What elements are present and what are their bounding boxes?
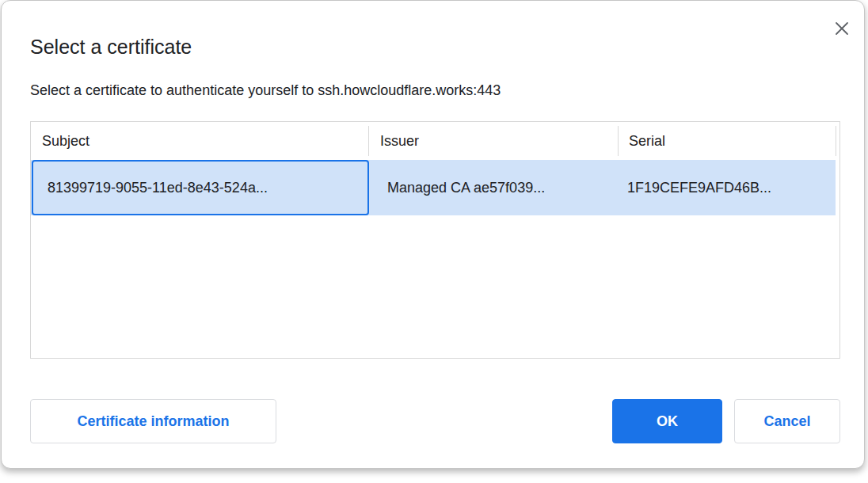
column-separator: [836, 126, 836, 156]
certificate-select-dialog: Select a certificate Select a certificat…: [1, 0, 865, 469]
dialog-subtitle: Select a certificate to authenticate you…: [30, 82, 501, 99]
certificate-table: Subject Issuer Serial 81399719-9055-11ed…: [30, 121, 840, 359]
column-header-subject: Subject: [42, 122, 89, 160]
column-separator: [618, 126, 619, 156]
cell-subject: 81399719-9055-11ed-8e43-524a...: [48, 160, 268, 215]
column-separator: [368, 126, 369, 156]
table-row[interactable]: 81399719-9055-11ed-8e43-524a... Managed …: [31, 160, 836, 215]
column-header-serial: Serial: [629, 122, 665, 160]
page-title: Select a certificate: [30, 36, 192, 59]
cell-serial: 1F19CEFE9AFD46B...: [627, 160, 771, 215]
close-icon: [835, 21, 849, 36]
table-header: Subject Issuer Serial: [31, 122, 839, 160]
close-button[interactable]: [831, 17, 853, 40]
column-header-issuer: Issuer: [380, 122, 419, 160]
cell-issuer: Managed CA ae57f039...: [387, 160, 545, 215]
cancel-button[interactable]: Cancel: [734, 399, 840, 443]
ok-button[interactable]: OK: [612, 399, 722, 443]
table-body: 81399719-9055-11ed-8e43-524a... Managed …: [31, 160, 839, 215]
certificate-information-button[interactable]: Certificate information: [30, 399, 276, 443]
